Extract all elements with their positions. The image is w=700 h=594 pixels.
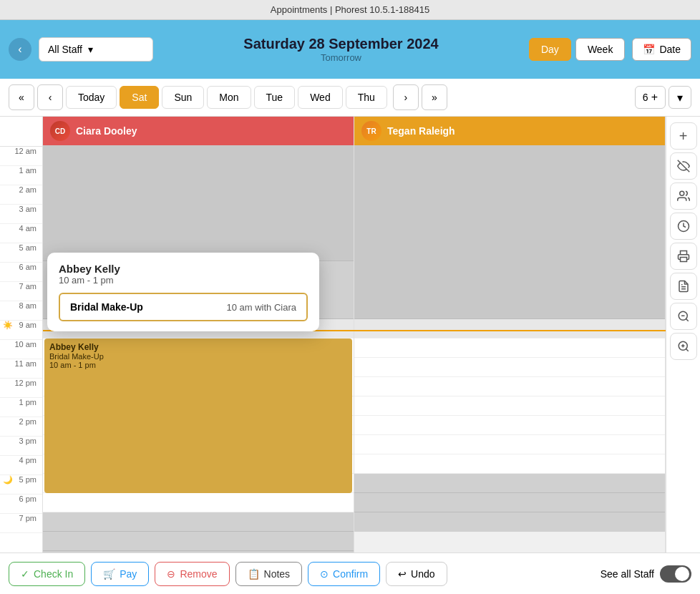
hour-1pm-tegan [354,396,665,416]
today-tab[interactable]: Today [66,86,117,109]
prev-page-button[interactable]: ‹ [37,84,63,110]
date-button-label: Date [659,44,681,55]
date-picker-button[interactable]: 📅 Date [632,38,691,61]
time-slot-10am: 10 am [0,340,42,359]
calendar-navigation: « ‹ Today Sat Sun Mon Tue Wed Thu › » 6 … [0,79,700,117]
notes-button[interactable]: 📋 Notes [235,562,303,586]
mon-tab[interactable]: Mon [207,86,251,109]
see-all-staff-label: See all Staff [601,568,654,580]
time-slot-5pm: 🌙5 pm [0,475,42,495]
schedule-col-tegan [354,145,666,563]
time-slot-5am: 5 am [0,243,42,263]
thu-tab[interactable]: Thu [346,86,387,109]
undo-icon: ↩ [398,568,407,580]
confirm-button[interactable]: ⊙ Confirm [308,562,380,586]
add-icon-button[interactable]: + [670,122,697,150]
appointment-abbey-kelly[interactable]: Abbey Kelly Bridal Make-Up 10 am - 1 pm [44,339,352,493]
appt-name: Abbey Kelly [49,342,347,352]
time-slot-12pm: 12 pm [0,379,42,398]
confirm-icon: ⊙ [320,568,329,580]
hour-3pm-tegan [354,435,665,454]
time-slot-9am: ☀️9 am [0,321,42,340]
appt-time: 10 am - 1 pm [49,361,347,369]
sat-tab[interactable]: Sat [120,86,159,109]
pay-button[interactable]: 🛒 Pay [91,562,149,586]
time-slot-6pm: 6 pm [0,495,42,514]
clock-icon-button[interactable] [670,213,697,240]
time-slot-1am: 1 am [0,166,42,185]
remove-label: Remove [180,568,217,580]
report-icon-button[interactable] [670,273,697,300]
day-view-button[interactable]: Day [529,38,571,61]
calendar-icon: 📅 [643,44,655,55]
toggle-knob [675,567,689,581]
hide-icon-button[interactable] [670,152,697,180]
staff-name-ciara: Ciara Dooley [76,125,137,137]
notes-icon: 📋 [248,568,260,580]
time-column: 12 am 1 am 2 am 3 am 4 am 5 am 6 am 7 am… [0,117,43,563]
time-slot-7pm: 7 pm [0,514,42,533]
current-date-title: Saturday 28 September 2024 [160,36,522,52]
time-slot-2am: 2 am [0,185,42,205]
print-icon-button[interactable] [670,243,697,270]
zoom-out-icon-button[interactable] [670,303,697,330]
week-view-button[interactable]: Week [575,38,626,61]
svg-point-1 [679,191,684,195]
hour-10am-ciara[interactable]: Abbey Kelly Bridal Make-Up 10 am - 1 pm [43,339,354,396]
top-navigation: ‹ All Staff ▾ Saturday 28 September 2024… [0,20,700,79]
see-all-staff-toggle[interactable] [660,565,691,583]
hour-10am-tegan [354,339,665,358]
next-page-button[interactable]: › [393,84,419,110]
sun-tab[interactable]: Sun [162,86,204,109]
time-slot-1pm: 1 pm [0,398,42,417]
confirm-label: Confirm [333,568,368,580]
calendar-scroll-area[interactable]: CD Ciara Dooley TR Tegan Raleigh [43,117,666,563]
tooltip-service-row[interactable]: Bridal Make-Up 10 am with Ciara [59,293,308,321]
staff-count-dropdown[interactable]: ▾ [669,86,691,109]
svg-line-10 [686,349,688,351]
staff-dropdown[interactable]: All Staff ▾ [39,37,153,62]
tue-tab[interactable]: Tue [254,86,296,109]
wed-tab[interactable]: Wed [298,86,343,109]
add-staff-button[interactable]: + [651,91,658,104]
date-title-area: Saturday 28 September 2024 Tomorrow [160,36,522,63]
staff-count-box: 6 + [635,86,666,109]
staff-header-row: CD Ciara Dooley TR Tegan Raleigh [43,117,666,145]
appt-service: Bridal Make-Up [49,352,347,361]
staff-header-ciara: CD Ciara Dooley [43,117,354,145]
hour-9am-tegan [354,319,665,339]
tooltip-time: 10 am - 1 pm [59,275,308,286]
svg-line-7 [686,318,688,321]
undo-label: Undo [411,568,434,580]
undo-button[interactable]: ↩ Undo [386,562,447,586]
right-sidebar: + [666,117,700,563]
time-slot-11am: 11 am [0,359,42,379]
time-slot-12am: 12 am [0,147,42,166]
time-header-spacer [0,117,42,147]
staff-count-area: 6 + ▾ [635,86,691,109]
notes-label: Notes [264,568,291,580]
first-page-button[interactable]: « [9,84,34,110]
avatar-tegan: TR [361,121,381,141]
schedule-col-ciara: Abbey Kelly Bridal Make-Up 10 am - 1 pm [43,145,354,563]
time-slot-3am: 3 am [0,205,42,224]
date-subtitle: Tomorrow [160,52,522,63]
appointment-tooltip[interactable]: Abbey Kelly 10 am - 1 pm Bridal Make-Up … [47,253,319,331]
check-in-button[interactable]: ✓ Check In [9,562,85,586]
time-slot-6am: 6 am [0,263,42,282]
unavailable-early-tegan [354,145,665,319]
last-page-button[interactable]: » [422,84,447,110]
remove-button[interactable]: ⊖ Remove [155,562,229,586]
titlebar: Appointments | Phorest 10.5.1-188415 [0,0,700,20]
remove-icon: ⊖ [167,568,175,580]
tooltip-client-name: Abbey Kelly [59,263,308,275]
back-button[interactable]: ‹ [9,38,31,61]
zoom-in-icon-button[interactable] [670,333,697,360]
time-slot-3pm: 3 pm [0,437,42,456]
users-icon-button[interactable] [670,182,697,210]
cart-icon: 🛒 [103,568,115,580]
check-in-label: Check In [34,568,73,580]
hour-7pm-tegan [354,512,665,532]
check-icon: ✓ [21,568,29,580]
hour-5pm-ciara [43,512,354,532]
